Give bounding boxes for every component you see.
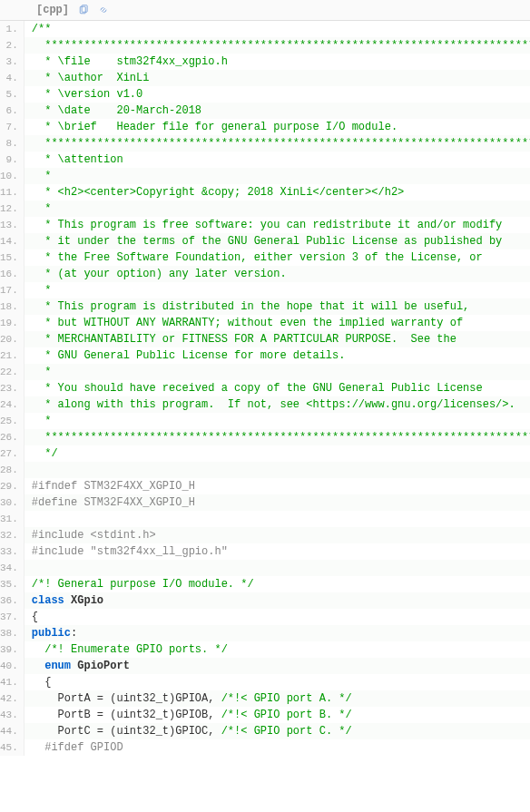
code-fragment: ****************************************… (32, 137, 530, 150)
code-cell[interactable]: class XGpio (25, 592, 530, 609)
code-cell[interactable]: #ifdef GPIOD (25, 739, 530, 756)
language-label: [cpp] (36, 4, 69, 16)
code-cell[interactable]: * <h2><center>Copyright &copy; 2018 XinL… (25, 184, 530, 201)
code-cell[interactable]: * You should have received a copy of the… (25, 380, 530, 396)
code-fragment: #include "stm32f4xx_ll_gpio.h" (32, 545, 228, 558)
code-cell[interactable]: * (25, 364, 530, 380)
code-cell[interactable]: /*! Enumerate GPIO ports. */ (25, 641, 530, 658)
code-fragment: /*!< GPIO port B. */ (221, 709, 352, 721)
code-fragment: * GNU General Public License for more de… (32, 349, 346, 362)
code-cell[interactable]: ****************************************… (25, 429, 530, 445)
code-cell[interactable]: * it under the terms of the GNU General … (25, 233, 530, 249)
code-row: 4. * \author XinLi (0, 70, 530, 86)
code-cell[interactable]: * the Free Software Foundation, either v… (25, 249, 530, 266)
code-fragment: * \attention (32, 153, 123, 166)
code-cell[interactable]: * This program is distributed in the hop… (25, 298, 530, 315)
code-cell[interactable]: #ifndef STM32F4XX_XGPIO_H (25, 478, 530, 494)
code-cell[interactable]: PortB = (uint32_t)GPIOB, /*!< GPIO port … (25, 707, 530, 723)
code-fragment: * <h2><center>Copyright &copy; 2018 XinL… (32, 186, 404, 199)
code-cell[interactable]: * This program is free software: you can… (25, 217, 530, 233)
code-fragment: * (32, 284, 52, 297)
code-cell[interactable]: * but WITHOUT ANY WARRANTY; without even… (25, 315, 530, 331)
code-fragment: PortA = (uint32_t)GPIOA, (32, 692, 221, 705)
line-number: 33. (0, 543, 24, 560)
code-cell[interactable]: * (25, 413, 530, 429)
code-cell[interactable]: * (25, 282, 530, 298)
code-cell[interactable]: { (25, 609, 530, 625)
code-cell[interactable]: * MERCHANTABILITY or FITNESS FOR A PARTI… (25, 331, 530, 347)
code-fragment (32, 660, 44, 672)
line-number: 45. (0, 739, 24, 756)
code-fragment: * You should have received a copy of the… (32, 382, 483, 395)
line-number: 31. (0, 511, 24, 527)
code-cell[interactable]: #define STM32F4XX_XGPIO_H (25, 494, 530, 511)
code-cell[interactable]: enum GpioPort (25, 658, 530, 674)
code-cell[interactable]: * (25, 168, 530, 184)
line-number: 41. (0, 674, 24, 690)
code-row: 33.#include "stm32f4xx_ll_gpio.h" (0, 543, 530, 560)
code-fragment: * it under the terms of the GNU General … (32, 235, 502, 248)
line-number: 40. (0, 658, 24, 674)
code-cell[interactable]: * (at your option) any later version. (25, 266, 530, 282)
code-cell[interactable]: */ (25, 445, 530, 462)
code-fragment: PortC = (uint32_t)GPIOC, (32, 725, 221, 738)
code-cell[interactable]: * \date 20-March-2018 (25, 103, 530, 119)
code-cell[interactable]: * along with this program. If not, see <… (25, 396, 530, 413)
code-cell[interactable]: PortA = (uint32_t)GPIOA, /*!< GPIO port … (25, 690, 530, 707)
line-number: 30. (0, 494, 24, 511)
code-fragment: * This program is distributed in the hop… (32, 300, 469, 313)
code-row: 8. *************************************… (0, 135, 530, 152)
line-number: 39. (0, 641, 24, 658)
code-cell[interactable]: ****************************************… (25, 135, 530, 152)
code-cell[interactable] (25, 462, 530, 478)
code-fragment (32, 513, 38, 525)
code-row: 30.#define STM32F4XX_XGPIO_H (0, 494, 530, 511)
code-row: 21. * GNU General Public License for mor… (0, 347, 530, 364)
line-number: 1. (0, 21, 24, 37)
code-cell[interactable]: /*! General purpose I/O module. */ (25, 576, 530, 592)
code-cell[interactable]: ****************************************… (25, 37, 530, 54)
code-cell[interactable]: #include "stm32f4xx_ll_gpio.h" (25, 543, 530, 560)
code-fragment: #ifndef STM32F4XX_XGPIO_H (32, 480, 195, 493)
line-number: 14. (0, 233, 24, 249)
copy-icon[interactable] (78, 5, 89, 15)
code-cell[interactable]: * \brief Header file for general purpose… (25, 119, 530, 135)
code-row: 36.class XGpio (0, 592, 530, 609)
code-cell[interactable] (25, 511, 530, 527)
code-row: 1./** (0, 21, 530, 37)
code-cell[interactable]: * GNU General Public License for more de… (25, 347, 530, 364)
line-number: 8. (0, 135, 24, 152)
code-row: 35./*! General purpose I/O module. */ (0, 576, 530, 592)
code-row: 44. PortC = (uint32_t)GPIOC, /*!< GPIO p… (0, 723, 530, 739)
code-row: 18. * This program is distributed in the… (0, 298, 530, 315)
line-number: 26. (0, 429, 24, 445)
line-number: 43. (0, 707, 24, 723)
code-fragment: * but WITHOUT ANY WARRANTY; without even… (32, 317, 463, 329)
line-number: 29. (0, 478, 24, 494)
code-row: 22. * (0, 364, 530, 380)
line-number: 18. (0, 298, 24, 315)
code-cell[interactable]: * \attention (25, 152, 530, 168)
line-number: 2. (0, 37, 24, 54)
code-cell[interactable]: public: (25, 625, 530, 641)
code-row: 3. * \file stm32f4xx_xgpio.h (0, 54, 530, 70)
code-fragment: ****************************************… (32, 431, 530, 444)
code-cell[interactable]: * \version v1.0 (25, 86, 530, 103)
code-fragment: * (32, 366, 52, 378)
code-cell[interactable]: /** (25, 21, 530, 37)
code-fragment: /*!< GPIO port A. */ (221, 692, 352, 705)
code-fragment (32, 643, 44, 656)
code-cell[interactable]: { (25, 674, 530, 690)
code-cell[interactable]: * (25, 201, 530, 217)
code-row: 39. /*! Enumerate GPIO ports. */ (0, 641, 530, 658)
code-cell[interactable]: * \file stm32f4xx_xgpio.h (25, 54, 530, 70)
code-cell[interactable]: PortC = (uint32_t)GPIOC, /*!< GPIO port … (25, 723, 530, 739)
code-row: 9. * \attention (0, 152, 530, 168)
line-number: 16. (0, 266, 24, 282)
code-fragment: #define STM32F4XX_XGPIO_H (32, 496, 195, 509)
link-icon[interactable] (98, 5, 109, 15)
code-cell[interactable]: * \author XinLi (25, 70, 530, 86)
code-fragment: * MERCHANTABILITY or FITNESS FOR A PARTI… (32, 333, 456, 346)
code-cell[interactable] (25, 560, 530, 576)
code-cell[interactable]: #include <stdint.h> (25, 527, 530, 543)
